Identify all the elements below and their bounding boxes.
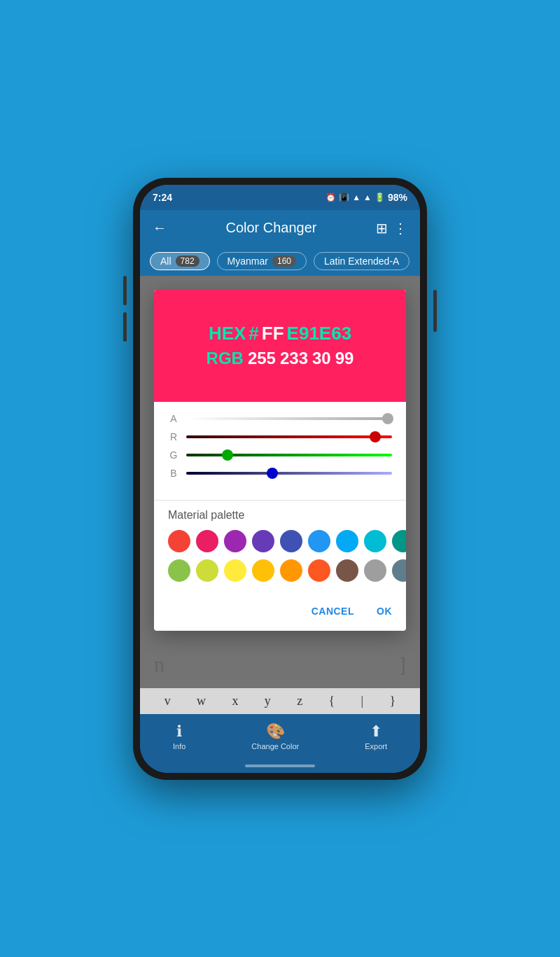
phone-screen: 7:24 ⏰ 📳 ▲ ▲ 🔋 98% ← Color Changer ⊞ ⋮ A… [140,185,420,773]
alarm-icon: ⏰ [326,193,336,202]
battery-icon: 🔋 [374,193,385,202]
red-thumb[interactable] [370,431,381,442]
chip-latin-label: Latin Extended-A [324,256,399,267]
app-title: Color Changer [169,220,373,236]
hex-code: E91E63 [287,323,352,344]
palette-cyan[interactable] [364,530,386,552]
red-label: R [168,431,179,442]
alpha-slider-row: A [168,413,392,424]
chip-myanmar[interactable]: Myanmar 160 [217,252,307,270]
dialog-overlay: HEX # FF E91E63 RGB 255 233 30 99 [140,276,420,688]
key-pipe[interactable]: | [361,694,364,708]
status-icons: ⏰ 📳 ▲ ▲ 🔋 98% [326,192,407,203]
key-lbrace[interactable]: { [329,694,335,708]
nav-info-label: Info [173,742,186,750]
key-rbrace[interactable]: } [390,694,396,708]
palette-brown[interactable] [336,559,358,582]
alpha-label: A [168,413,179,424]
rgb-label: RGB [206,349,244,368]
alpha-track[interactable] [186,417,392,420]
palette-orange[interactable] [280,559,302,582]
nav-info[interactable]: ℹ Info [173,722,186,750]
palette-lime[interactable] [196,559,218,582]
key-w[interactable]: w [197,694,206,708]
hex-display: HEX # FF E91E63 [209,323,351,344]
green-label: G [168,449,179,461]
key-v[interactable]: v [164,694,171,708]
rgb-b: 30 [312,349,331,368]
palette-row-2 [168,559,392,582]
phone-device: 7:24 ⏰ 📳 ▲ ▲ 🔋 98% ← Color Changer ⊞ ⋮ A… [133,178,427,780]
grid-view-button[interactable]: ⊞ [373,217,391,239]
palette-red[interactable] [168,530,190,552]
battery-level: 98% [388,192,407,203]
red-track[interactable] [186,435,392,438]
content-area: ℛ℅ & ℯ5 >E NM U n] HEX [140,276,420,688]
chip-myanmar-count: 160 [272,256,296,267]
green-thumb[interactable] [222,449,233,461]
key-z[interactable]: z [297,694,302,708]
dialog-buttons: CANCEL OK [154,597,406,631]
bottom-navigation: ℹ Info 🎨 Change Color ⬆ Export [140,714,420,759]
vol-up-button[interactable] [123,276,127,305]
palette-light-blue[interactable] [336,530,358,552]
palette-yellow[interactable] [224,559,246,582]
rgb-r: 255 [248,349,276,368]
nav-change-color[interactable]: 🎨 Change Color [251,722,299,750]
palette-blue-grey[interactable] [392,559,406,582]
cancel-button[interactable]: CANCEL [309,603,357,620]
chip-latin[interactable]: Latin Extended-A [314,252,410,270]
red-slider-row: R [168,431,392,442]
chip-filter-row: All 782 Myanmar 160 Latin Extended-A [140,246,420,276]
info-icon: ℹ [176,722,182,741]
palette-pink[interactable] [196,530,218,552]
palette-deep-orange[interactable] [308,559,330,582]
status-bar: 7:24 ⏰ 📳 ▲ ▲ 🔋 98% [140,185,420,210]
more-menu-button[interactable]: ⋮ [391,217,410,239]
key-x[interactable]: x [232,694,238,708]
palette-grey[interactable] [364,559,386,582]
back-button[interactable]: ← [150,217,169,239]
hex-hash: # [248,323,258,344]
vol-down-button[interactable] [123,312,127,342]
rgb-display: RGB 255 233 30 99 [206,349,354,368]
green-track[interactable] [186,454,392,456]
alpha-thumb[interactable] [382,413,393,424]
palette-light-green[interactable] [168,559,190,582]
palette-blue[interactable] [308,530,330,552]
nav-export[interactable]: ⬆ Export [365,722,387,750]
palette-amber[interactable] [252,559,274,582]
blue-thumb[interactable] [267,468,278,479]
sliders-area: A R [154,402,406,497]
palette-deep-purple[interactable] [252,530,274,552]
wifi-icon: ▲ [352,193,360,202]
chip-all[interactable]: All 782 [150,252,210,270]
palette-indigo[interactable] [280,530,302,552]
nav-change-label: Change Color [251,742,299,750]
home-indicator [140,759,420,773]
color-picker-dialog: HEX # FF E91E63 RGB 255 233 30 99 [154,290,406,631]
blue-label: B [168,468,179,479]
material-palette-section: Material palette [154,509,406,597]
status-time: 7:24 [153,192,172,203]
palette-teal[interactable] [392,530,406,552]
keyboard-row: v w x y z { | } [140,688,420,714]
vibrate-icon: 📳 [339,193,349,202]
top-app-bar: ← Color Changer ⊞ ⋮ [140,210,420,246]
signal-icon: ▲ [363,193,372,202]
nav-export-label: Export [365,742,387,750]
color-preview-area: HEX # FF E91E63 RGB 255 233 30 99 [154,290,406,402]
blue-track[interactable] [186,472,392,475]
palette-row-1 [168,530,392,552]
rgb-g: 233 [280,349,308,368]
palette-icon: 🎨 [266,722,285,741]
export-icon: ⬆ [370,722,382,741]
chip-myanmar-label: Myanmar [227,256,268,267]
ok-button[interactable]: OK [374,603,395,620]
palette-title: Material palette [168,509,392,522]
chip-all-label: All [160,256,172,267]
palette-purple[interactable] [224,530,246,552]
key-y[interactable]: y [265,694,271,708]
hex-label: HEX [209,323,246,344]
power-button[interactable] [433,290,437,332]
